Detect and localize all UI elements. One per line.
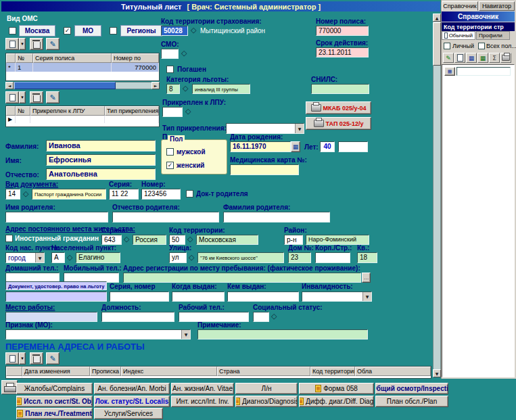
territory-code-field[interactable]: 50028 <box>161 26 188 36</box>
scroll-down-icon[interactable]: ▼ <box>433 369 441 377</box>
plan-obsl-button[interactable]: План обсл./Plan <box>375 396 448 407</box>
int-inv-button[interactable]: Инт. иссл/Int. Inv. <box>171 396 234 407</box>
benefit-doc-field[interactable] <box>5 291 107 302</box>
social-status-field[interactable] <box>253 312 269 322</box>
scroll-left-icon[interactable]: ◄ <box>5 82 14 89</box>
st-obj-button[interactable]: Иссл. по сист/St. Obj <box>16 396 93 407</box>
birthdate-field[interactable]: 16.11.1970 <box>230 141 291 152</box>
tab-navigator[interactable]: Навигатор <box>479 1 515 11</box>
doc-type-code-field[interactable]: 14 <box>5 189 20 200</box>
attach-new-button[interactable] <box>5 91 19 103</box>
middlename-field[interactable]: Анатольевна <box>46 168 156 180</box>
panel-export-button[interactable]: ▦ <box>477 53 488 63</box>
attach-type-combo[interactable]: ▼ <box>226 123 304 134</box>
settlement-code-combo[interactable]: город ▼ <box>5 252 45 263</box>
subtab-normal[interactable]: Обычный <box>442 31 475 40</box>
moscow-button[interactable]: Москва <box>19 25 55 37</box>
benefit-by-field[interactable] <box>227 291 299 302</box>
settlement-prefix-field[interactable]: А <box>51 252 65 263</box>
attached-lpu-field[interactable] <box>162 107 183 117</box>
sick-leave-button[interactable]: Л/н <box>235 383 298 394</box>
foreign-citizen-checkbox[interactable] <box>5 235 13 242</box>
an-morbi-button[interactable]: Ан. болезни/An. Morbi <box>94 383 170 394</box>
all-checkbox[interactable] <box>478 43 485 49</box>
tap-button[interactable]: ТАП 025-12/у <box>306 117 371 130</box>
diff-diag-button[interactable]: Дифф. диаг./Diff. Diag. <box>299 396 374 407</box>
flat-field[interactable]: 18 <box>357 252 377 263</box>
subtab-profiles[interactable]: Профили <box>476 31 510 40</box>
doc-number-field[interactable]: 123456 <box>141 189 181 200</box>
regions-button[interactable]: Регионы <box>120 25 162 37</box>
directory-tree[interactable]: ▦ <box>442 64 515 377</box>
print-button[interactable] <box>1 380 18 394</box>
age-months-field[interactable] <box>338 141 368 152</box>
change-delete-button[interactable] <box>30 352 43 365</box>
mo-checkbox[interactable] <box>64 27 71 34</box>
smo-lookup-icon[interactable]: ◇ <box>181 49 187 58</box>
treatment-button[interactable]: План леч./Treatment <box>16 408 93 419</box>
panel-new-button[interactable] <box>454 53 465 63</box>
benefit-code-field[interactable]: 8 <box>166 84 180 94</box>
parent-lastname-field[interactable] <box>223 212 330 223</box>
diagnosis-button[interactable]: Диагноз/Diagnosis <box>235 396 298 407</box>
country-lookup-icon[interactable]: ◇ <box>124 235 129 244</box>
change-grid-row[interactable]: ▶ <box>6 376 431 379</box>
attach-new-dropdown[interactable]: ▼ <box>19 91 26 103</box>
parent-middlename-field[interactable] <box>112 212 219 223</box>
dropdown-arrow-icon[interactable]: ▼ <box>181 330 190 339</box>
doc-series-field[interactable]: 11 22 <box>109 189 139 200</box>
st-localis-button[interactable]: Лок. статус/St. Localis <box>94 396 170 407</box>
policy-new-button[interactable] <box>5 38 19 50</box>
tree-filter-input[interactable] <box>456 67 511 76</box>
attachment-grid[interactable]: № Прикреплен к ЛПУ Тип прикрепления ▶ <box>5 106 160 127</box>
tree-root-icon[interactable]: ▦ <box>444 67 455 76</box>
tab-directory[interactable]: Справочник <box>442 1 478 11</box>
reg-address-browse-button[interactable]: … <box>362 273 371 283</box>
social-status-lookup-icon[interactable]: ◇ <box>271 312 277 321</box>
moscow-checkbox[interactable] <box>9 27 16 34</box>
panel-edit-button[interactable]: ✎ <box>443 53 454 63</box>
policy-edit-button[interactable]: ✎ <box>46 38 60 50</box>
dropdown-arrow-icon[interactable]: ▼ <box>362 292 371 301</box>
parent-doc-checkbox[interactable] <box>186 190 193 197</box>
note-field[interactable] <box>197 329 368 340</box>
main-vscroll-thumb[interactable] <box>433 22 441 66</box>
panel-print-button[interactable] <box>500 53 511 63</box>
addr-territory-code-field[interactable]: 50 <box>169 235 185 245</box>
change-new-button[interactable] <box>5 352 19 365</box>
disability-combo[interactable]: ▼ <box>302 291 372 302</box>
work-phone-field[interactable] <box>179 312 249 322</box>
validity-field[interactable]: 23.11.2011 <box>316 47 369 57</box>
settlement-lookup-icon[interactable]: ◇ <box>67 253 72 262</box>
territory-lookup-icon[interactable]: ◇ <box>191 26 196 35</box>
complaints-button[interactable]: Жалобы/Complains <box>16 383 93 394</box>
addr-territory-lookup-icon[interactable]: ◇ <box>187 235 193 244</box>
workplace-field[interactable] <box>5 312 97 322</box>
firstname-field[interactable]: Ефросинья <box>46 154 156 166</box>
mo-sign-combo[interactable]: ▼ <box>5 329 191 340</box>
attach-edit-button[interactable]: ✎ <box>46 91 60 103</box>
policy-grid-row[interactable]: * 1 770000 <box>6 63 159 72</box>
services-button[interactable]: Услуги/Services <box>94 408 163 419</box>
male-checkbox[interactable] <box>166 148 174 156</box>
policy-delete-button[interactable] <box>30 38 43 50</box>
scroll-up-icon[interactable]: ▲ <box>433 14 441 22</box>
panel-table-button[interactable]: ▦ <box>466 53 477 63</box>
policy-new-dropdown[interactable]: ▼ <box>19 38 26 50</box>
mo-button[interactable]: МО <box>74 25 101 37</box>
country-code-field[interactable]: 643 <box>101 235 122 245</box>
an-vitae-button[interactable]: Ан. жизни/An. Vitae <box>171 383 234 394</box>
lastname-field[interactable]: Иванова <box>46 140 156 151</box>
snils-field[interactable] <box>311 84 369 94</box>
mkab-button[interactable]: МКАБ 025/у-04 <box>306 101 371 114</box>
personal-checkbox[interactable] <box>444 43 450 49</box>
street-prefix-field[interactable]: ул <box>169 252 187 263</box>
dropdown-arrow-icon[interactable]: ▼ <box>295 124 304 133</box>
scroll-right-icon[interactable]: ► <box>151 82 160 89</box>
building-field[interactable] <box>315 252 350 263</box>
female-checkbox[interactable] <box>166 162 174 169</box>
reg-address-field[interactable] <box>123 273 361 283</box>
position-field[interactable] <box>101 312 174 322</box>
address-change-grid[interactable]: Дата изменения Прописка Индекс Страна Ко… <box>5 366 431 379</box>
benefit-when-field[interactable] <box>172 291 225 302</box>
